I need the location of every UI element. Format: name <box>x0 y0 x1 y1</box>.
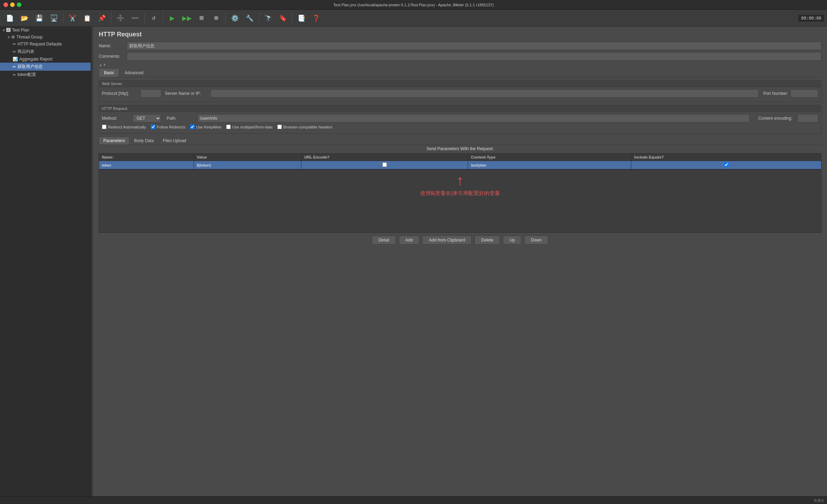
bookmark-button[interactable]: 🔖 <box>276 11 290 25</box>
save-disk-button[interactable]: 🖥️ <box>47 11 61 25</box>
sidebar-item-goods-list[interactable]: ✂ 商品列表 <box>0 48 91 56</box>
col-value: Value <box>194 154 301 161</box>
follow-redirects-checkbox[interactable]: Follow Redirects <box>151 125 185 129</box>
sidebar-item-thread-group-label: Thread Group <box>16 35 43 40</box>
server-label: Server Name or IP: <box>165 91 210 96</box>
sidebar-item-token-config[interactable]: ✂ token配置 <box>0 71 91 79</box>
port-input[interactable] <box>790 89 818 98</box>
http-request-section: HTTP Request Method: GET POST PUT DELETE… <box>99 105 821 134</box>
add-button[interactable]: Add <box>399 236 419 245</box>
add-toolbar-button[interactable]: ➕ <box>113 11 127 25</box>
use-keepalive-checkbox[interactable]: Use KeepAlive <box>190 125 221 129</box>
row-includeequals-input[interactable] <box>724 162 729 167</box>
row-contenttype: text/plain <box>468 161 631 169</box>
window-controls[interactable] <box>4 2 21 7</box>
up-button[interactable]: Up <box>503 236 521 245</box>
open-button[interactable]: 📂 <box>18 11 32 25</box>
sep6 <box>259 13 259 23</box>
sidebar-item-aggregate-report[interactable]: 📊 Aggregate Report <box>0 56 91 63</box>
method-select[interactable]: GET POST PUT DELETE PATCH <box>133 114 161 122</box>
sidebar-item-http-defaults[interactable]: ✂ HTTP Request Defaults <box>0 41 91 48</box>
row-urlencode <box>301 161 468 169</box>
save-button[interactable]: 💾 <box>32 11 46 25</box>
name-row: Name: <box>99 42 821 50</box>
help-button[interactable]: ❓ <box>309 11 323 25</box>
protocol-input[interactable] <box>140 89 161 98</box>
tools-button[interactable]: 🔧 <box>243 11 257 25</box>
close-button[interactable] <box>4 2 8 7</box>
cut-button[interactable]: ✂️ <box>65 11 79 25</box>
redirect-auto-label: Redirect Automatically <box>108 125 146 129</box>
redirect-auto-checkbox[interactable]: Redirect Automatically <box>102 125 146 129</box>
row-urlencode-input[interactable] <box>382 162 387 167</box>
name-input[interactable] <box>127 42 821 50</box>
sidebar-item-aggregate-report-label: Aggregate Report <box>19 57 53 62</box>
stop-button[interactable]: ⏹ <box>195 11 209 25</box>
statusbar-text: 化迪云 <box>814 498 824 503</box>
port-label: Port Number: <box>759 91 790 96</box>
empty-area: ↑ 使用${变量名}来引用配置好的变量 <box>99 169 821 232</box>
detail-button[interactable]: Detail <box>372 236 396 245</box>
browser-compat-checkbox[interactable]: Browser-compatible headers <box>277 125 332 129</box>
sidebar-item-get-user-info[interactable]: ✏ 获取用户信息 <box>0 63 91 71</box>
tab-files-upload[interactable]: Files Upload <box>158 136 191 145</box>
encoding-label: Content encoding: <box>752 116 794 121</box>
web-server-header: Web Server <box>99 80 821 87</box>
col-contenttype: Content-Type <box>468 154 631 161</box>
timer-display: 00:00:06 <box>798 15 824 22</box>
sidebar-item-thread-group[interactable]: ▼ ⚙ Thread Group <box>0 34 91 41</box>
server-name-input[interactable] <box>210 89 759 98</box>
tab-advanced[interactable]: Advanced <box>119 68 148 77</box>
delete-button[interactable]: Delete <box>474 236 500 245</box>
row-name: token <box>99 161 194 169</box>
add-from-clipboard-button[interactable]: Add from Clipboard <box>422 236 472 245</box>
panel-title: HTTP Request <box>99 31 821 38</box>
copy-button[interactable]: 📋 <box>80 11 94 25</box>
goods-list-icon: ✂ <box>13 49 16 54</box>
name-label: Name: <box>99 43 127 48</box>
use-keepalive-label: Use KeepAlive <box>196 125 221 129</box>
multipart-checkbox[interactable]: Use multipart/form-data <box>226 125 272 129</box>
sidebar-item-get-user-info-label: 获取用户信息 <box>18 64 43 70</box>
run-button[interactable]: ▶ <box>165 11 179 25</box>
follow-redirects-input[interactable] <box>151 125 155 129</box>
sidebar-item-test-plan[interactable]: ▼ 🅰 Test Plan <box>0 27 91 34</box>
path-input[interactable] <box>197 114 750 122</box>
minimize-button[interactable] <box>10 2 15 7</box>
comments-label: Comments: <box>99 54 127 59</box>
undo-button[interactable]: ↺ <box>147 11 161 25</box>
table-row[interactable]: token ${token} text/plain <box>99 161 821 169</box>
path-label: Path: <box>167 116 195 121</box>
maximize-button[interactable] <box>17 2 21 7</box>
redirect-auto-input[interactable] <box>102 125 106 129</box>
multipart-input[interactable] <box>226 125 231 129</box>
sidebar-item-token-config-label: token配置 <box>18 72 36 78</box>
down-button[interactable]: Down <box>524 236 548 245</box>
tab-body-data[interactable]: Body Data <box>130 136 158 145</box>
follow-redirects-label: Follow Redirects <box>157 125 185 129</box>
sep2 <box>111 13 111 23</box>
params-title: Send Parameters With the Request: <box>99 146 821 151</box>
tab-parameters[interactable]: Parameters <box>99 136 130 145</box>
paste-button[interactable]: 📌 <box>95 11 109 25</box>
sidebar: ▼ 🅰 Test Plan ▼ ⚙ Thread Group ✂ HTTP Re… <box>0 27 91 496</box>
settings-button[interactable]: ⚙️ <box>228 11 242 25</box>
tab-basic[interactable]: Basic <box>99 68 119 77</box>
run-all-button[interactable]: ▶▶ <box>180 11 194 25</box>
bottom-buttons: Detail Add Add from Clipboard Delete Up … <box>99 232 821 246</box>
comments-row: Comments: <box>99 52 821 61</box>
new-button[interactable]: 📄 <box>3 11 17 25</box>
remove-toolbar-button[interactable]: ➖ <box>128 11 142 25</box>
list-button[interactable]: 📑 <box>294 11 308 25</box>
col-includeequals: Include Equals? <box>631 154 821 161</box>
browser-compat-input[interactable] <box>277 125 282 129</box>
titlebar: Test Plan.jmx (/usr/local/apache-jmeter-… <box>0 0 827 10</box>
binoculars-button[interactable]: 🔭 <box>261 11 275 25</box>
stop-all-button[interactable]: ⏺ <box>209 11 223 25</box>
sub-tab-bar: Parameters Body Data Files Upload <box>99 136 821 145</box>
use-keepalive-input[interactable] <box>190 125 195 129</box>
row-includeequals <box>631 161 821 169</box>
params-table: Name: Value URL Encode? Content-Type Inc… <box>99 153 821 169</box>
comments-input[interactable] <box>127 52 821 61</box>
encoding-input[interactable] <box>797 114 818 122</box>
